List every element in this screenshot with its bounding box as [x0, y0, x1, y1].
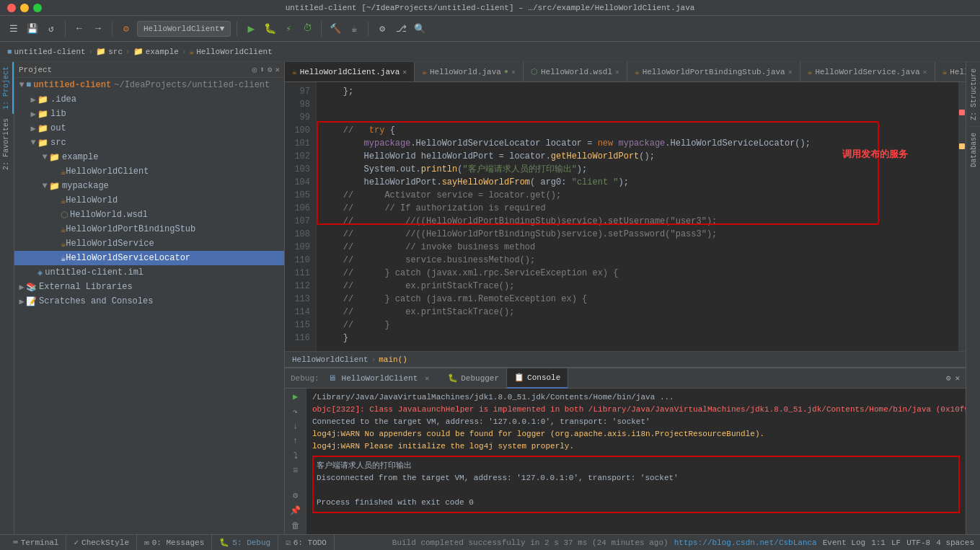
database-tab[interactable]: Database: [966, 126, 980, 173]
debug-step-into-icon[interactable]: ↓: [288, 422, 303, 432]
close-panel-icon[interactable]: ✕: [275, 65, 280, 74]
debug-close-icon[interactable]: ✕: [955, 373, 960, 383]
tree-hwservice[interactable]: ▶ ☕ HelloWorldService: [14, 236, 284, 251]
tab-close-4[interactable]: ✕: [788, 68, 793, 76]
debug-run-to-cursor-icon[interactable]: ⤵: [288, 451, 303, 461]
tree-lib[interactable]: ▶ 📁 lib: [14, 107, 284, 121]
bc-src[interactable]: 📁 src: [96, 47, 123, 56]
bc-project[interactable]: ■ untitled-client: [7, 48, 86, 56]
tree-extlibs[interactable]: ▶ 📚 External Libraries: [14, 280, 284, 294]
run-button[interactable]: ▶: [243, 21, 259, 37]
tree-helloworld[interactable]: ▶ ☕ HelloWorld: [14, 193, 284, 208]
tree-out[interactable]: ▶ 📁 out: [14, 121, 284, 136]
debug-step-out-icon[interactable]: ↑: [288, 436, 303, 446]
terminal-tab[interactable]: ⌨ Terminal: [6, 535, 66, 551]
maximize-button[interactable]: [33, 4, 42, 12]
run-config-icon[interactable]: ⚙: [118, 21, 134, 37]
code-editor[interactable]: 97 98 99 100 101 102 103 104 105 106 107…: [285, 82, 966, 351]
tree-wsdl[interactable]: ▶ ⬡ HelloWorld.wsdl: [14, 208, 284, 222]
debug-header-right: ⚙ ✕: [946, 373, 960, 383]
tree-hwservicelocator[interactable]: ▶ ☕ HelloWorldServiceLocator: [14, 251, 284, 265]
vcs-icon[interactable]: ⎇: [393, 21, 409, 37]
tab-helloworld[interactable]: ☕ HelloWorld.java ● ✕: [415, 62, 524, 82]
back-icon[interactable]: ←: [71, 21, 87, 37]
window-controls[interactable]: [7, 4, 42, 12]
menu-icon[interactable]: ☰: [6, 21, 22, 37]
sync-icon[interactable]: ↺: [43, 21, 59, 37]
debug-session-close[interactable]: ✕: [425, 374, 429, 383]
messages-tab[interactable]: ✉ 0: Messages: [137, 535, 212, 551]
event-log-label[interactable]: Event Log: [823, 538, 865, 547]
file-tree: ▼ ■ untitled-client ~/IdeaProjects/untit…: [14, 78, 284, 534]
sdk-icon[interactable]: ☕: [346, 21, 362, 37]
tree-iml[interactable]: ▶ ◈ untitled-client.iml: [14, 265, 284, 280]
debug-trash-icon[interactable]: 🗑: [288, 520, 303, 531]
coverage-button[interactable]: ⚡: [281, 21, 296, 37]
debug-step-over-icon[interactable]: ↷: [288, 407, 303, 417]
tree-src[interactable]: ▼ 📁 src: [14, 136, 284, 150]
terminal-icon: ⌨: [13, 538, 18, 547]
profile-button[interactable]: ⏱: [299, 21, 315, 37]
tab-close-5[interactable]: ✕: [923, 68, 927, 76]
settings-icon[interactable]: ⚙: [374, 21, 390, 37]
debug-pin-icon[interactable]: 📌: [288, 505, 303, 516]
debug-eval-icon[interactable]: ≡: [288, 466, 303, 476]
collapse-icon[interactable]: ⬆: [260, 65, 265, 74]
debug-settings-icon2[interactable]: ⚙: [288, 490, 303, 501]
debug-bottom-tab[interactable]: 🐛 5: Debug: [212, 535, 278, 551]
tree-hwclient[interactable]: ▶ ☕ HelloWorldClient: [14, 164, 284, 179]
search-everywhere-icon[interactable]: 🔍: [412, 21, 428, 37]
tree-scratches[interactable]: ▶ 📝 Scratches and Consoles: [14, 294, 284, 309]
wsdl-icon: ⬡: [61, 210, 68, 221]
tree-idea[interactable]: ▶ 📁 .idea: [14, 92, 284, 107]
code-line-108: // //((HelloWorldPortBindingStub)service…: [322, 228, 960, 241]
bc-example[interactable]: 📁 example: [133, 47, 179, 56]
ln-116: 116: [291, 332, 310, 345]
tree-example[interactable]: ▼ 📁 example: [14, 150, 284, 164]
run-config-dropdown[interactable]: HelloWorldClient ▼: [137, 21, 231, 37]
project-tab[interactable]: 1: Project: [0, 62, 14, 114]
tab-hwclient[interactable]: ☕ HelloWorldClient.java ✕: [285, 62, 415, 82]
project-icon: ■: [7, 48, 12, 56]
debug-button[interactable]: 🐛: [262, 21, 278, 37]
minimize-button[interactable]: [20, 4, 29, 12]
bottom-url[interactable]: https://blog.csdn.net/CsbLanca: [674, 538, 817, 547]
helloworld-label: HelloWorld: [66, 195, 118, 205]
forward-icon[interactable]: →: [90, 21, 106, 37]
structure-tab[interactable]: Z: Structure: [966, 62, 980, 126]
hwpbs-label: HelloWorldPortBindingStub: [66, 224, 195, 234]
debugger-tab[interactable]: 🐛 Debugger: [441, 368, 507, 389]
project-label: Project: [19, 66, 52, 74]
tree-hwpbs[interactable]: ▶ ☕ HelloWorldPortBindingStub: [14, 222, 284, 236]
root-path: ~/IdeaProjects/untitled-client: [114, 80, 270, 90]
out-label: out: [50, 123, 66, 133]
tab-close-2[interactable]: ✕: [511, 68, 516, 76]
locate-icon[interactable]: ◎: [252, 65, 257, 74]
debug-settings-icon[interactable]: ⚙: [946, 373, 951, 383]
checkstyle-tab[interactable]: ✓ CheckStyle: [66, 535, 137, 551]
debug-run-icon[interactable]: ▶: [288, 391, 303, 402]
arrow-out: ▶: [29, 123, 37, 134]
debug-line-4: log4j:WARN No appenders could be found f…: [312, 428, 960, 440]
build-icon[interactable]: 🔨: [327, 21, 343, 37]
todo-tab[interactable]: ☑ 6: TODO: [278, 535, 335, 551]
debug-session-name: HelloWorldClient: [342, 374, 418, 383]
project-file-icon: ■: [26, 80, 31, 90]
bc-file[interactable]: ☕ HelloWorldClient: [190, 47, 273, 56]
tab-hwservice[interactable]: ☕ HelloWorldService.java ✕: [800, 62, 935, 82]
tab-close-3[interactable]: ✕: [615, 68, 619, 76]
tab-hwsl[interactable]: ☕ HelloWorldServiceL ✕: [935, 62, 966, 82]
tab-wsdl[interactable]: ⬡ HelloWorld.wsdl ✕: [524, 62, 627, 82]
console-tab[interactable]: 📋 Console: [507, 368, 568, 389]
debug-left-icons: ▶ ↷ ↓ ↑ ⤵ ≡ ⚙ 📌 🗑: [285, 389, 306, 534]
root-label: untitled-client: [33, 80, 111, 90]
tab-close-1[interactable]: ✕: [402, 68, 407, 76]
favorites-tab[interactable]: 2: Favorites: [0, 114, 14, 174]
close-button[interactable]: [7, 4, 16, 12]
tree-settings-icon[interactable]: ⚙: [268, 65, 273, 74]
save-all-icon[interactable]: 💾: [25, 21, 40, 37]
tree-root[interactable]: ▼ ■ untitled-client ~/IdeaProjects/untit…: [14, 78, 284, 92]
tab-hwpbs[interactable]: ☕ HelloWorldPortBindingStub.java ✕: [627, 62, 800, 82]
tree-mypackage[interactable]: ▼ 📁 mypackage: [14, 179, 284, 193]
debug-output[interactable]: /Library/Java/JavaVirtualMachines/jdk1.8…: [306, 389, 966, 534]
